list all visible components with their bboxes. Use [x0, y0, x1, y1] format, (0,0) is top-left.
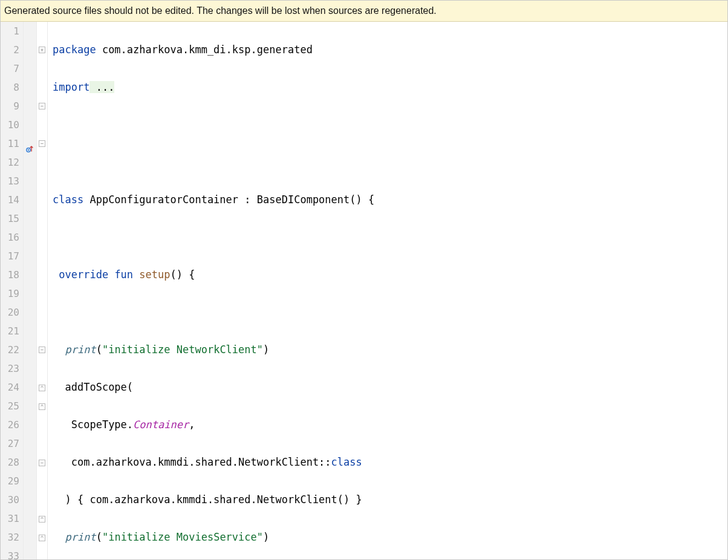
keyword-import: import	[53, 81, 89, 93]
line-number: 18	[1, 265, 19, 284]
fold-collapse-icon[interactable]	[39, 347, 45, 353]
call-addToScope: addToScope(	[65, 381, 133, 393]
line-number: 10	[1, 116, 19, 134]
line-number: 22	[1, 340, 19, 359]
editor-area: 1 2 7 8 9 10 11 12 13 14 15 16 17 18 19 …	[1, 22, 727, 559]
line-number: 21	[1, 322, 19, 340]
call-print: print	[65, 531, 96, 543]
line-number: 20	[1, 303, 19, 322]
line-number: 9	[1, 97, 19, 116]
generated-file-banner: Generated source files should not be edi…	[1, 1, 727, 22]
fold-collapse-icon[interactable]	[39, 103, 45, 109]
fold-collapse-icon[interactable]	[39, 460, 45, 466]
line-number: 17	[1, 247, 19, 265]
keyword-package: package	[53, 44, 96, 56]
call-print: print	[65, 343, 96, 356]
line-number: 23	[1, 359, 19, 378]
fold-end-icon[interactable]	[39, 535, 45, 541]
fold-end-icon[interactable]	[39, 403, 45, 410]
line-number: 29	[1, 472, 19, 490]
line-number: 30	[1, 490, 19, 509]
keyword-override: override	[59, 269, 108, 281]
line-number: 15	[1, 209, 19, 228]
keyword-class: class	[53, 194, 83, 206]
paren: (	[96, 343, 102, 356]
line-number: 25	[1, 397, 19, 415]
line-number: 16	[1, 228, 19, 247]
line-number: 32	[1, 528, 19, 547]
icon-gutter	[24, 22, 37, 559]
paren: (	[96, 531, 102, 543]
line-number: 14	[1, 190, 19, 209]
line-number: 1	[1, 22, 19, 41]
code-content[interactable]: package com.azharkova.kmm_di.ksp.generat…	[48, 22, 727, 559]
line-number: 28	[1, 453, 19, 472]
line-number: 7	[1, 59, 19, 78]
class-decl: AppConfiguratorContainer : BaseDICompone…	[83, 194, 374, 206]
func-parens: () {	[171, 269, 195, 281]
line-number: 33	[1, 547, 19, 560]
folded-imports[interactable]: ...	[89, 81, 114, 93]
package-path: com.azharkova.kmm_di.ksp.generated	[96, 44, 313, 56]
scope-type: ScopeType.	[65, 418, 133, 431]
function-name: setup	[133, 269, 170, 281]
string-literal: "initialize MoviesService"	[102, 531, 263, 543]
line-number: 2	[1, 41, 19, 59]
line-number: 27	[1, 434, 19, 453]
line-number: 8	[1, 78, 19, 97]
paren: )	[263, 531, 269, 543]
line-number: 24	[1, 378, 19, 397]
fold-gutter	[37, 22, 48, 559]
paren: )	[263, 343, 269, 356]
line-number: 12	[1, 153, 19, 172]
class-ref: com.azharkova.kmmdi.shared.NetworkClient…	[65, 456, 331, 468]
lambda-body: ) { com.azharkova.kmmdi.shared.NetworkCl…	[65, 493, 362, 506]
line-number: 31	[1, 509, 19, 528]
fold-collapse-icon[interactable]	[39, 140, 45, 147]
fold-end-icon[interactable]	[39, 385, 45, 391]
line-number: 26	[1, 415, 19, 434]
string-literal: "initialize NetworkClient"	[102, 343, 263, 356]
keyword-fun: fun	[108, 269, 133, 281]
override-marker-icon[interactable]	[25, 140, 34, 149]
line-number: 13	[1, 172, 19, 190]
fold-end-icon[interactable]	[39, 516, 45, 523]
svg-point-1	[28, 149, 29, 150]
keyword-class: class	[331, 456, 362, 468]
fold-expand-icon[interactable]	[39, 47, 45, 53]
enum-container: Container	[133, 418, 189, 431]
comma: ,	[189, 418, 195, 431]
line-number: 11	[1, 134, 19, 153]
line-number: 19	[1, 284, 19, 303]
line-number-gutter: 1 2 7 8 9 10 11 12 13 14 15 16 17 18 19 …	[1, 22, 24, 559]
